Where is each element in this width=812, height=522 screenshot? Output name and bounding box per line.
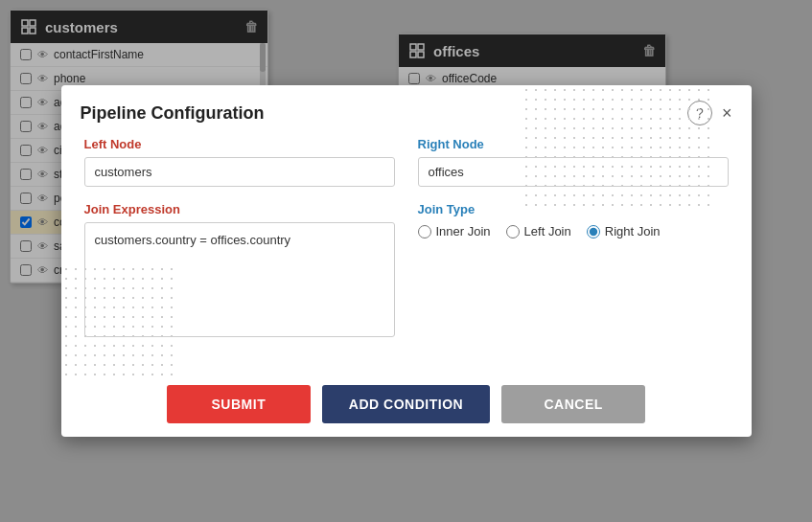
modal-header: Pipeline Configuration ? × xyxy=(61,85,752,137)
modal-body: Left Node Right Node Join Expression cus… xyxy=(61,137,752,372)
join-type-label: Join Type xyxy=(418,202,729,216)
node-row: Left Node Right Node xyxy=(84,137,729,187)
join-expression-label: Join Expression xyxy=(84,202,395,216)
pipeline-config-modal: Pipeline Configuration ? × Left Node Rig… xyxy=(61,85,752,437)
right-join-radio[interactable] xyxy=(587,225,600,238)
inner-join-option[interactable]: Inner Join xyxy=(418,224,491,238)
inner-join-label: Inner Join xyxy=(436,224,491,238)
right-node-input[interactable] xyxy=(418,157,729,187)
right-node-label: Right Node xyxy=(418,137,729,151)
submit-button[interactable]: SUBMIT xyxy=(167,385,311,423)
join-expression-textarea[interactable]: customers.country = offices.country xyxy=(84,222,395,337)
right-node-group: Right Node xyxy=(418,137,729,187)
inner-join-radio[interactable] xyxy=(418,225,431,238)
left-node-input[interactable] xyxy=(84,157,395,187)
join-expression-group: Join Expression customers.country = offi… xyxy=(84,202,395,341)
join-type-group: Join Type Inner Join Left Join Right xyxy=(418,202,729,341)
left-join-label: Left Join xyxy=(524,224,571,238)
expression-row: Join Expression customers.country = offi… xyxy=(84,202,729,341)
right-join-label: Right Join xyxy=(605,224,661,238)
join-type-options: Inner Join Left Join Right Join xyxy=(418,224,729,238)
modal-footer: SUBMIT ADD CONDITION CANCEL xyxy=(61,372,752,437)
help-button[interactable]: ? xyxy=(687,101,712,125)
add-condition-button[interactable]: ADD CONDITION xyxy=(322,385,490,423)
close-button[interactable]: × xyxy=(722,103,732,124)
left-join-radio[interactable] xyxy=(506,225,520,238)
left-node-group: Left Node xyxy=(84,137,395,187)
left-join-option[interactable]: Left Join xyxy=(506,224,571,238)
cancel-button[interactable]: CANCEL xyxy=(501,385,645,423)
modal-title: Pipeline Configuration xyxy=(81,103,265,124)
modal-overlay: Pipeline Configuration ? × Left Node Rig… xyxy=(0,0,812,522)
left-node-label: Left Node xyxy=(84,137,395,151)
right-join-option[interactable]: Right Join xyxy=(587,224,661,238)
modal-header-icons: ? × xyxy=(687,101,732,125)
